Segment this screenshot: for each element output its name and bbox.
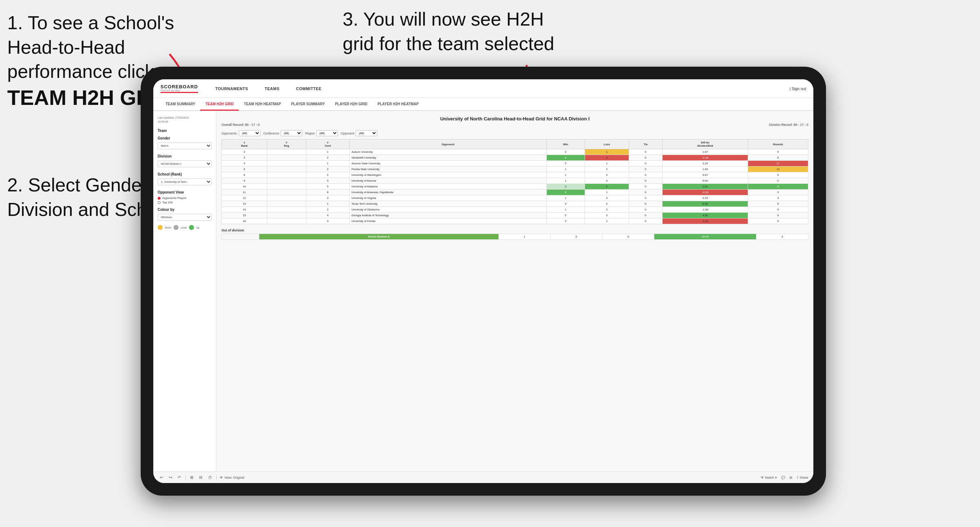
toolbar-watch[interactable]: 👁 Watch ▾ xyxy=(761,476,777,479)
tab-team-summary[interactable]: TEAM SUMMARY xyxy=(161,98,200,111)
cell-rounds: 8 xyxy=(748,184,808,190)
cell-diff: 5.56 xyxy=(663,201,748,207)
division-record: Division Record: 88 - 17 - 0 xyxy=(769,123,808,127)
radio-top-100[interactable]: Top 100 xyxy=(158,201,212,204)
toolbar-redo[interactable]: ↪ xyxy=(167,475,173,481)
filter-conference: Conference (All) xyxy=(263,130,302,136)
cell-conf: 3 xyxy=(306,178,349,184)
cell-win: 1 xyxy=(546,167,585,172)
cell-rounds: 9 xyxy=(748,207,808,213)
cell-diff: -2.29 xyxy=(663,155,748,161)
cell-loss: 1 xyxy=(585,218,629,224)
tab-player-h2h-heatmap[interactable]: PLAYER H2H HEATMAP xyxy=(372,98,424,111)
tab-player-summary[interactable]: PLAYER SUMMARY xyxy=(286,98,330,111)
gender-select[interactable]: Men's xyxy=(158,142,212,149)
th-loss: Loss xyxy=(585,140,629,149)
nav-tournaments[interactable]: TOURNAMENTS xyxy=(212,85,251,92)
cell-opponent: University of Arizona xyxy=(350,178,546,184)
table-header-row: #Rank #Reg #Conf Opponent Win Loss Tie D… xyxy=(222,140,808,149)
ood-diff: 26.00 xyxy=(654,234,756,240)
nav-committee[interactable]: COMMITTEE xyxy=(293,85,325,92)
colour-select[interactable]: Win/loss xyxy=(158,214,212,221)
cell-conf: 1 xyxy=(306,149,349,155)
region-filter-select[interactable]: (All) xyxy=(316,130,338,136)
cell-win: 1 xyxy=(546,195,585,201)
toolbar-comment[interactable]: 💬 xyxy=(781,476,785,479)
nav-teams[interactable]: TEAMS xyxy=(262,85,282,92)
filter-region-label: Region xyxy=(305,132,315,135)
toolbar-view[interactable]: 👁 View: Original xyxy=(220,476,244,479)
cell-opponent: Georgia Institute of Technology xyxy=(350,213,546,218)
cell-reg xyxy=(267,201,306,207)
division-select[interactable]: NCAA Division I xyxy=(158,160,212,167)
logo-text: SCOREBOARD xyxy=(161,84,198,89)
toolbar-share[interactable]: ⤴ Share xyxy=(797,476,808,479)
toolbar-paste[interactable]: ⊟ xyxy=(198,475,204,481)
radio-opponents-played[interactable]: Opponents Played xyxy=(158,197,212,200)
tablet-screen: SCOREBOARD Powered by clippi TOURNAMENTS… xyxy=(153,79,813,483)
th-conf: #Conf xyxy=(306,140,349,149)
opponents-filter-select[interactable]: (All) xyxy=(239,130,261,136)
cell-reg xyxy=(267,218,306,224)
ood-loss: 0 xyxy=(550,234,602,240)
toolbar-undo[interactable]: ↩ xyxy=(158,475,164,481)
cell-reg xyxy=(267,155,306,161)
cell-opponent: Vanderbilt University xyxy=(350,155,546,161)
filter-conference-label: Conference xyxy=(263,132,279,135)
sign-out-link[interactable]: | Sign out xyxy=(789,87,806,91)
cell-reg xyxy=(267,190,306,195)
grid-area: University of North Carolina Head-to-Hea… xyxy=(216,111,813,471)
cell-reg xyxy=(267,149,306,155)
school-select[interactable]: 1. University of Nort... xyxy=(158,178,212,185)
toolbar-clock[interactable]: ⏱ xyxy=(207,475,213,481)
logo-bar xyxy=(161,92,198,93)
cell-win: 0 xyxy=(546,155,585,161)
cell-tie: 0 xyxy=(629,184,662,190)
tablet-device: SCOREBOARD Powered by clippi TOURNAMENTS… xyxy=(141,67,826,496)
tab-team-h2h-grid[interactable]: TEAM H2H GRID xyxy=(200,98,239,111)
cell-rounds: 9 xyxy=(748,218,808,224)
opponent-filter-select[interactable]: (All) xyxy=(356,130,377,136)
ood-win: 1 xyxy=(498,234,550,240)
cell-win: 3 xyxy=(546,184,585,190)
present-icon: ⊞ xyxy=(789,476,792,479)
cell-tie: 0 xyxy=(629,190,662,195)
out-of-division-table: NCAA Division II 1 0 0 26.00 3 xyxy=(221,233,808,240)
cell-rank: 4 xyxy=(222,161,267,167)
cell-reg xyxy=(267,207,306,213)
th-diff: Diff AvStrokes/Rnd xyxy=(663,140,748,149)
instruction-3: 3. You will now see H2H grid for the tea… xyxy=(343,7,566,56)
cell-reg xyxy=(267,178,306,184)
cell-conf: 2 xyxy=(306,167,349,172)
cell-rounds: 3 xyxy=(748,195,808,201)
cell-diff: 1.83 xyxy=(663,167,748,172)
cell-tie: 0 xyxy=(629,207,662,213)
sidebar-opponent-view-label: Opponent View xyxy=(158,190,212,194)
cell-opponent: University of Arkansas, Fayetteville xyxy=(350,190,546,195)
toolbar-copy[interactable]: ⊞ xyxy=(189,475,195,481)
cell-rank: 2 xyxy=(222,149,267,155)
colour-label-down: Down xyxy=(165,226,171,229)
toolbar-back[interactable]: ↶ xyxy=(177,475,183,481)
cell-loss: 1 xyxy=(585,190,629,195)
cell-opponent: Arizona State University xyxy=(350,161,546,167)
th-opponent: Opponent xyxy=(350,140,546,149)
cell-opponent: University of Oklahoma xyxy=(350,207,546,213)
cell-loss: 0 xyxy=(585,178,629,184)
tab-player-h2h-grid[interactable]: PLAYER H2H GRID xyxy=(330,98,372,111)
bottom-toolbar: ↩ ↪ ↶ ⊞ ⊟ ⏱ 👁 View: Original 👁 Watch ▾ 💬 xyxy=(153,471,813,483)
cell-win: 1 xyxy=(546,178,585,184)
comment-icon: 💬 xyxy=(781,476,785,479)
out-of-division-label: Out of division xyxy=(221,229,808,232)
toolbar-present[interactable]: ⊞ xyxy=(789,476,792,479)
table-row: 13 1 Texas Tech University 3 0 0 5.56 9 xyxy=(222,201,808,207)
ood-tie: 0 xyxy=(602,234,654,240)
cell-tie: 0 xyxy=(629,201,662,207)
cell-conf: 2 xyxy=(306,155,349,161)
share-label: Share xyxy=(800,476,808,479)
cell-rank: 15 xyxy=(222,213,267,218)
tab-team-h2h-heatmap[interactable]: TEAM H2H HEATMAP xyxy=(239,98,286,111)
conference-filter-select[interactable]: (All) xyxy=(281,130,302,136)
cell-tie: 0 xyxy=(629,195,662,201)
cell-win: 1 xyxy=(546,172,585,178)
